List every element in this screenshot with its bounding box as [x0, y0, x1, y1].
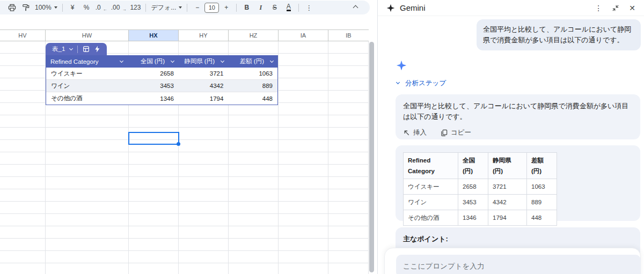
fill-handle[interactable]	[177, 142, 180, 146]
cell[interactable]: 3453	[129, 83, 179, 89]
table-chip[interactable]: 表_1	[46, 43, 107, 55]
gridline	[368, 41, 369, 274]
panel-title: Gemini	[400, 3, 426, 12]
cell[interactable]: 448	[228, 95, 277, 102]
insert-button[interactable]: 挿入	[403, 127, 427, 138]
table-cell: 1346	[458, 210, 488, 226]
analysis-steps-toggle[interactable]: 分析ステップ	[397, 79, 446, 88]
gemini-header: Gemini ⋮ ✕	[378, 0, 644, 16]
panel-close-button[interactable]: ✕	[629, 4, 635, 12]
collapse-toolbar-button[interactable]	[349, 2, 362, 13]
zoom-value: 100%	[35, 4, 52, 11]
strikethrough-icon: S	[273, 4, 277, 11]
increase-font-size-button[interactable]: +	[219, 2, 233, 13]
copy-button[interactable]: コピー	[441, 127, 471, 138]
italic-button[interactable]: I	[254, 2, 267, 13]
chevron-down-icon	[171, 58, 174, 62]
table-tools-button[interactable]	[83, 46, 90, 53]
arrow-right-icon: →	[122, 7, 126, 12]
chevron-down-icon	[120, 58, 123, 62]
print-button[interactable]	[5, 2, 19, 13]
sheets-toolbar: 100% ¥ % .0← .00→ 123 デフォ... − 10 + B I …	[0, 1, 370, 14]
number-format-button[interactable]: 123	[128, 2, 142, 13]
table-header-cell: 全国 (円)	[458, 153, 488, 179]
table-row: ウイスキー 2658 3721 1063	[46, 68, 277, 80]
table-header-cell: Refined Category	[404, 153, 458, 179]
header-label: Refined Category	[50, 58, 99, 65]
table-row: ワイン 3453 4342 889	[404, 195, 557, 210]
table-cell: 4342	[488, 195, 527, 210]
toolbar-divider	[145, 4, 146, 12]
column-header-ia[interactable]: IA	[279, 30, 328, 41]
sheet-table-header-cell[interactable]: 差額 (円)	[229, 55, 278, 68]
table-chip-label: 表_1	[52, 45, 65, 53]
sheet-table-header: Refined Category 全国 (円) 静岡県 (円) 差額 (円)	[46, 55, 278, 68]
text-color-button[interactable]: A	[282, 2, 295, 13]
cell[interactable]: ウイスキー	[46, 70, 129, 78]
sheet-table-header-cell[interactable]: 静岡県 (円)	[179, 55, 229, 68]
column-header-hv[interactable]: HV	[0, 30, 46, 41]
toolbar-divider	[62, 4, 63, 12]
cell[interactable]: 1794	[179, 95, 229, 102]
column-header-hw[interactable]: HW	[46, 30, 129, 41]
decrease-decimal-button[interactable]: .0←	[94, 2, 109, 13]
chip-divider	[77, 46, 78, 53]
currency-icon: ¥	[71, 4, 75, 11]
selected-cell[interactable]	[128, 132, 179, 145]
prompt-input-panel	[384, 248, 641, 274]
strikethrough-button[interactable]: S	[268, 2, 281, 13]
vertical-scrollbar[interactable]	[369, 42, 374, 272]
sheet-table-header-cell[interactable]: 全国 (円)	[129, 55, 179, 68]
copy-icon	[441, 129, 448, 136]
text-color-icon: A	[287, 4, 291, 11]
prompt-input[interactable]	[396, 255, 641, 274]
column-header-hx[interactable]: HX	[129, 30, 179, 41]
table-row: その他の酒 1346 1794 448	[404, 210, 557, 226]
chevron-down-icon	[54, 6, 57, 9]
format-percent-button[interactable]: %	[80, 2, 93, 13]
cell[interactable]: 1063	[228, 70, 277, 77]
cell[interactable]: 3721	[179, 70, 229, 77]
chevron-down-icon	[69, 46, 73, 50]
increase-decimal-button[interactable]: .00→	[109, 2, 128, 13]
cell[interactable]: 889	[228, 83, 277, 89]
cell[interactable]: 1346	[129, 95, 179, 102]
column-header-ib[interactable]: IB	[328, 30, 369, 41]
cell[interactable]: ワイン	[46, 82, 129, 90]
response-card: 全国平均と比較して、アルコールにおいて静岡県で消費金額が多い項目は以下の通りです…	[396, 94, 640, 139]
table-row: ワイン 3453 4342 889	[46, 80, 277, 92]
bold-button[interactable]: B	[240, 2, 253, 13]
gridline	[278, 41, 279, 274]
more-options-button[interactable]: ⋮	[302, 2, 316, 13]
cell[interactable]: その他の酒	[46, 94, 129, 102]
column-header-hy[interactable]: HY	[179, 30, 229, 41]
spreadsheet-area: 100% ¥ % .0← .00→ 123 デフォ... − 10 + B I …	[0, 0, 376, 274]
cell[interactable]: 4342	[179, 83, 229, 89]
more-icon: ⋮	[305, 4, 312, 12]
format-currency-button[interactable]: ¥	[66, 2, 79, 13]
zoom-select[interactable]: 100%	[33, 2, 59, 13]
header-label: 全国 (円)	[141, 57, 165, 65]
paint-format-button[interactable]	[19, 2, 33, 13]
table-header-cell: 差額 (円)	[527, 153, 557, 179]
header-label: 静岡県 (円)	[184, 57, 215, 65]
arrow-left-icon: ←	[103, 7, 107, 12]
gemini-table-button[interactable]	[94, 46, 100, 53]
panel-more-button[interactable]: ⋮	[595, 4, 602, 12]
table-cell: 3453	[458, 195, 488, 210]
column-header-hz[interactable]: HZ	[229, 30, 279, 41]
decrease-font-size-button[interactable]: −	[191, 2, 204, 13]
panel-collapse-button[interactable]	[612, 5, 619, 11]
number-format-icon: 123	[130, 4, 141, 11]
table-row: ウイスキー 2658 3721 1063	[404, 179, 557, 195]
font-size-input[interactable]: 10	[204, 3, 219, 13]
insert-arrow-icon	[403, 129, 410, 136]
sheet-table-header-cell[interactable]: Refined Category	[46, 55, 129, 68]
italic-icon: I	[259, 4, 262, 12]
toolbar-divider	[236, 4, 237, 12]
cell[interactable]: 2658	[129, 70, 179, 77]
chevron-up-icon	[353, 5, 358, 10]
sheet-table-body: ウイスキー 2658 3721 1063 ワイン 3453 4342 889 そ…	[46, 68, 278, 105]
font-select[interactable]: デフォ...	[149, 2, 184, 13]
response-text: 全国平均と比較して、アルコールにおいて静岡県で消費金額が多い項目は以下の通りです…	[403, 101, 633, 122]
